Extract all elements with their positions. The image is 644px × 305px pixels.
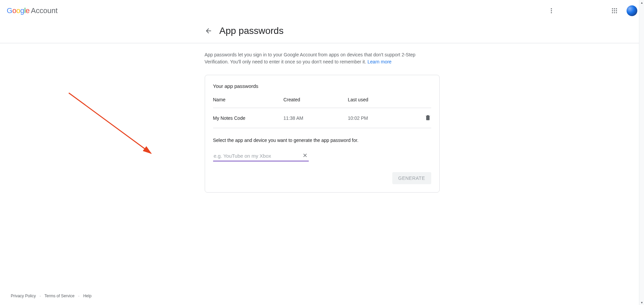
- product-name: Account: [31, 6, 58, 15]
- column-header-name: Name: [213, 97, 284, 102]
- svg-point-2: [551, 12, 552, 13]
- trash-icon: [425, 114, 431, 121]
- app-name-input[interactable]: [213, 151, 309, 161]
- table-header: Name Created Last used: [213, 97, 431, 108]
- main-content: App passwords let you sign in to your Go…: [205, 43, 440, 193]
- instruction-text: Select the app and device you want to ge…: [213, 138, 431, 143]
- scroll-up-arrow-icon[interactable]: ▴: [639, 0, 644, 5]
- vertical-scrollbar[interactable]: ▴ ▾: [639, 0, 644, 305]
- more-vert-icon: [548, 7, 555, 14]
- learn-more-link[interactable]: Learn more: [367, 59, 392, 64]
- app-passwords-card: Your app passwords Name Created Last use…: [205, 75, 440, 193]
- help-link[interactable]: Help: [83, 294, 92, 298]
- svg-point-8: [616, 10, 617, 11]
- table-row: My Notes Code 11:38 AM 10:02 PM: [213, 108, 431, 128]
- input-row: [213, 151, 309, 161]
- svg-point-7: [614, 10, 615, 11]
- column-header-lastused: Last used: [348, 97, 418, 102]
- google-apps-button[interactable]: [608, 4, 621, 17]
- svg-line-12: [69, 93, 151, 153]
- svg-point-4: [614, 8, 615, 9]
- back-button[interactable]: [202, 24, 215, 38]
- card-title: Your app passwords: [213, 83, 431, 89]
- privacy-link[interactable]: Privacy Policy: [11, 294, 36, 298]
- button-row: GENERATE: [213, 172, 431, 184]
- annotation-arrow: [67, 91, 154, 158]
- more-options-button[interactable]: [545, 4, 558, 17]
- account-avatar[interactable]: [627, 5, 637, 16]
- column-header-created: Created: [284, 97, 348, 102]
- svg-point-9: [612, 12, 613, 13]
- svg-point-1: [551, 10, 552, 11]
- row-created: 11:38 AM: [284, 115, 348, 121]
- page-title: App passwords: [219, 26, 284, 36]
- row-lastused: 10:02 PM: [348, 115, 418, 121]
- google-logo: Google: [7, 6, 30, 15]
- footer: Privacy Policy · Terms of Service · Help: [11, 294, 92, 298]
- svg-point-0: [551, 8, 552, 9]
- app-header: Google Account: [0, 0, 644, 21]
- clear-input-button[interactable]: [302, 152, 308, 160]
- header-actions: [545, 4, 639, 17]
- delete-button[interactable]: [425, 114, 431, 121]
- generate-button[interactable]: GENERATE: [392, 172, 431, 184]
- terms-link[interactable]: Terms of Service: [45, 294, 75, 298]
- svg-point-6: [612, 10, 613, 11]
- brand-block: Google Account: [5, 6, 58, 15]
- row-name: My Notes Code: [213, 115, 284, 121]
- close-icon: [302, 152, 308, 158]
- svg-point-11: [616, 12, 617, 13]
- arrow-left-icon: [205, 27, 213, 35]
- title-row: App passwords: [205, 21, 440, 43]
- scroll-down-arrow-icon[interactable]: ▾: [639, 300, 644, 305]
- svg-point-5: [616, 8, 617, 9]
- apps-grid-icon: [611, 7, 618, 14]
- svg-point-10: [614, 12, 615, 13]
- page-description: App passwords let you sign in to your Go…: [205, 51, 440, 65]
- svg-point-3: [612, 8, 613, 9]
